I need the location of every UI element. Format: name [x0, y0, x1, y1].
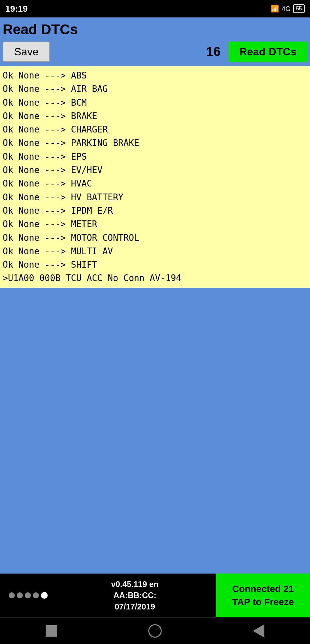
nav-bar: [0, 617, 310, 644]
save-button[interactable]: Save: [3, 42, 50, 62]
pagination-dot: [41, 592, 48, 599]
dtc-row: Ok None ---> EPS: [3, 150, 307, 163]
pagination-area: [0, 574, 54, 617]
page-title: Read DTCs: [0, 17, 310, 40]
toolbar: Save 16 Read DTCs: [0, 40, 310, 66]
empty-space: [0, 288, 310, 574]
status-icons: 📶 4G 55: [271, 4, 305, 13]
nav-square-button[interactable]: [46, 625, 57, 637]
dtc-row: Ok None ---> PARKING BRAKE: [3, 136, 307, 150]
status-time: 19:19: [5, 4, 28, 14]
signal-icon: 📶: [271, 5, 279, 13]
pagination-dot: [9, 592, 15, 598]
network-type: 4G: [282, 5, 291, 13]
bottom-bar: v0.45.119 en AA:BB:CC: 07/17/2019 Connec…: [0, 574, 310, 617]
nav-back-button[interactable]: [253, 624, 264, 638]
dtc-row: Ok None ---> MOTOR CONTROL: [3, 231, 307, 245]
dtc-row: Ok None ---> HV BATTERY: [3, 191, 307, 204]
dtc-row: >U1A00 000B TCU ACC No Conn AV-194: [3, 271, 307, 285]
dtc-count: 16: [206, 45, 220, 59]
dtc-row: Ok None ---> IPDM E/R: [3, 204, 307, 217]
dtc-row: Ok None ---> BCM: [3, 96, 307, 109]
nav-circle-button[interactable]: [148, 624, 162, 638]
app-content: Read DTCs Save 16 Read DTCs Ok None --->…: [0, 17, 310, 574]
dtc-row: Ok None ---> CHARGER: [3, 123, 307, 136]
dtc-row: Ok None ---> ABS: [3, 69, 307, 82]
dtc-row: Ok None ---> HVAC: [3, 177, 307, 190]
version-info: v0.45.119 en AA:BB:CC: 07/17/2019: [54, 574, 216, 617]
dtc-row: Ok None ---> AIR BAG: [3, 82, 307, 96]
dtc-row: Ok None ---> SHIFT: [3, 258, 307, 271]
pagination-dot: [17, 592, 23, 598]
read-dtcs-button[interactable]: Read DTCs: [228, 42, 307, 62]
dtc-row: Ok None ---> METER: [3, 217, 307, 231]
dtc-row: Ok None ---> MULTI AV: [3, 245, 307, 258]
dtc-row: Ok None ---> EV/HEV: [3, 163, 307, 177]
circle-icon: [148, 624, 162, 638]
pagination-dot: [25, 592, 31, 598]
pagination-dots: [9, 592, 48, 599]
dtc-row: Ok None ---> BRAKE: [3, 109, 307, 123]
status-bar: 19:19 📶 4G 55: [0, 0, 310, 17]
square-icon: [46, 625, 57, 637]
triangle-icon: [253, 624, 264, 638]
battery-icon: 55: [293, 4, 305, 13]
dtc-list-area: Ok None ---> ABSOk None ---> AIR BAGOk N…: [0, 66, 310, 288]
connected-tap-button[interactable]: Connected 21 TAP to Freeze: [216, 574, 310, 617]
pagination-dot: [33, 592, 39, 598]
